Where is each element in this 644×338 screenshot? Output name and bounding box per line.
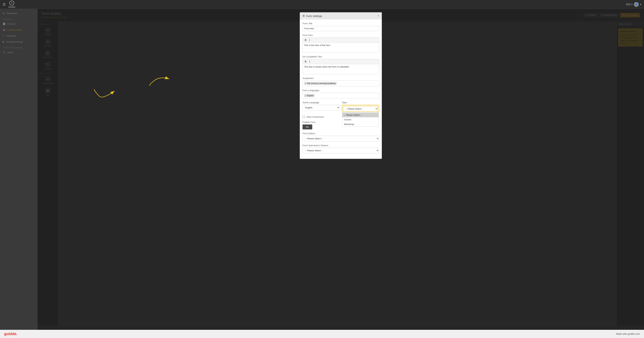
form-intro-group: Form Intro B I This is the intro of the … xyxy=(302,34,379,53)
on-completion-label: On Completion Text xyxy=(302,56,379,58)
type-label: Type xyxy=(342,101,379,104)
chevron-icon: › xyxy=(34,35,35,37)
logo-text: Censeo xyxy=(8,6,15,8)
italic-button-2[interactable]: I xyxy=(308,60,310,63)
form-editors-select[interactable]: -- Please Select -- xyxy=(302,136,379,142)
modal-arrow-annotation xyxy=(149,72,176,86)
chevron-icon: › xyxy=(34,12,35,14)
sidebar-item-courses-left: 📄 Courses xyxy=(3,22,16,25)
hamburger-icon[interactable]: ☰ xyxy=(3,2,6,6)
academy-tag-text: The Censeo Learning Academy xyxy=(307,82,336,85)
lang-tag-x-icon[interactable]: × xyxy=(305,94,306,96)
bold-button[interactable]: B xyxy=(304,38,307,42)
sidebar: ⊞ Dashboard › PLANNING 📄 Courses › 📚 Con… xyxy=(0,9,38,330)
user-label: EDS 1 xyxy=(626,3,632,6)
form-settings-modal: ⚙ Form Settings × Form Title Form Intro xyxy=(300,12,382,159)
academies-group: Academies × The Censeo Learning Academy xyxy=(302,77,379,86)
active-language-label: Active Language xyxy=(302,101,340,104)
type-dropdown-course[interactable]: Course xyxy=(342,117,378,122)
chevron-icon: › xyxy=(34,29,35,31)
type-dropdown-workshop[interactable]: Workshop xyxy=(342,122,378,126)
pathways-icon: ⬡ xyxy=(3,34,4,37)
sidebar-item-courses[interactable]: 📄 Courses › xyxy=(0,21,38,27)
sidebar-item-guided-learning-left: ▶ Guided Learning xyxy=(3,40,22,43)
content-library-icon: 📚 xyxy=(3,28,6,31)
sidebar-item-content-library[interactable]: 📚 Content Library › xyxy=(0,27,38,33)
form-languages-group: Form Languages × English xyxy=(302,89,379,98)
sidebar-item-label: Content Library xyxy=(7,28,22,31)
language-tag: × English xyxy=(304,94,315,97)
content-area: Form Builder My Forms / Forms List / UI … xyxy=(38,9,644,330)
form-title-group: Form Title xyxy=(302,22,379,31)
type-group: Type -- Please Select -- -- Please Selec… xyxy=(342,101,379,113)
sidebar-item-admin[interactable]: 🔧 Admin › xyxy=(0,50,38,56)
chevron-icon: › xyxy=(34,52,35,53)
sidebar-item-pathways-left: ⬡ Pathways xyxy=(3,34,16,37)
form-submission-viewers-select[interactable]: -- Please Select -- xyxy=(302,148,379,153)
modal-overlay: ⚙ Form Settings × Form Title Form Intro xyxy=(38,9,644,330)
modal-title-text: Form Settings xyxy=(306,14,322,18)
form-intro-text[interactable]: This is the intro of the form xyxy=(302,42,379,53)
dashboard-icon: ⊞ xyxy=(3,12,4,14)
main-layout: ⊞ Dashboard › PLANNING 📄 Courses › 📚 Con… xyxy=(0,9,644,330)
sidebar-item-content-library-left: 📚 Content Library xyxy=(3,28,22,31)
top-nav-right: EDS 1 👤 ▾ xyxy=(626,2,641,7)
guided-learning-icon: ▶ xyxy=(3,40,4,43)
type-select[interactable]: -- Please Select -- xyxy=(343,106,378,112)
type-dropdown-please-select[interactable]: -- Please Select -- xyxy=(342,113,378,117)
on-completion-text[interactable]: This text is shown when the form is subm… xyxy=(302,64,379,74)
chevron-icon: › xyxy=(34,41,35,43)
languages-tag-input[interactable]: × English xyxy=(302,93,379,98)
modal-header: ⚙ Form Settings × xyxy=(300,12,382,20)
footer-logo: guidde. xyxy=(4,332,18,336)
footer: guidde. Made with guidde.com xyxy=(0,330,644,338)
form-title-input[interactable] xyxy=(302,26,379,31)
tag-x-icon[interactable]: × xyxy=(305,82,306,84)
type-dropdown-list: -- Please Select -- Course Workshop xyxy=(342,112,379,127)
top-nav: ☰ ⊕ Censeo EDS 1 👤 ▾ xyxy=(0,0,644,9)
footer-text: Made with guidde.com xyxy=(616,332,640,335)
logo-circle: ⊕ xyxy=(10,1,14,6)
academy-tag: × The Censeo Learning Academy xyxy=(304,82,337,85)
type-select-box: -- Please Select -- -- Please Select -- … xyxy=(342,105,379,113)
form-languages-label: Form Languages xyxy=(302,89,379,92)
top-nav-left: ☰ ⊕ Censeo xyxy=(3,1,15,8)
sidebar-item-label: Pathways xyxy=(6,34,16,37)
modal-close-button[interactable]: × xyxy=(378,14,379,18)
form-submission-viewers-label: Form Submission Viewers xyxy=(302,144,379,147)
courses-icon: 📄 xyxy=(3,22,6,25)
completion-toolbar: B I xyxy=(302,59,379,64)
arrow-annotation xyxy=(92,82,126,100)
sidebar-item-admin-left: 🔧 Admin xyxy=(3,51,14,54)
sidebar-item-label: Guided Learning xyxy=(6,40,22,43)
user-chevron-icon[interactable]: ▾ xyxy=(640,3,641,6)
avatar[interactable]: 👤 xyxy=(634,2,639,7)
form-intro-toolbar: B I xyxy=(302,38,379,42)
sidebar-item-label: Dashboard xyxy=(6,12,17,14)
modal-body: Form Title Form Intro B I This is the in… xyxy=(300,20,382,159)
sidebar-item-pathways[interactable]: ⬡ Pathways › xyxy=(0,33,38,39)
academies-tag-input[interactable]: × The Censeo Learning Academy xyxy=(302,80,379,86)
active-language-select[interactable]: English xyxy=(302,105,340,110)
sidebar-item-dashboard[interactable]: ⊞ Dashboard › xyxy=(0,10,38,16)
modal-title: ⚙ Form Settings xyxy=(302,14,322,18)
sidebar-item-label: Courses xyxy=(7,22,16,25)
allow-anonymous-checkbox[interactable] xyxy=(302,116,305,118)
publish-no-button[interactable]: No xyxy=(302,124,312,130)
italic-button[interactable]: I xyxy=(308,38,310,42)
sidebar-section-planning: PLANNING xyxy=(0,16,38,21)
allow-anonymous-label: Allow Anonymous xyxy=(306,116,324,118)
sidebar-item-guided-learning[interactable]: ▶ Guided Learning › xyxy=(0,39,38,45)
sidebar-item-dashboard-left: ⊞ Dashboard xyxy=(3,12,17,14)
form-editors-group: Form Editors -- Please Select -- xyxy=(302,132,379,142)
admin-icon: 🔧 xyxy=(3,51,6,54)
academies-label: Academies xyxy=(302,77,379,80)
sidebar-item-label: Admin xyxy=(7,51,14,54)
logo: ⊕ Censeo xyxy=(8,1,15,8)
language-tag-text: English xyxy=(307,94,314,97)
bold-button-2[interactable]: B xyxy=(304,60,307,63)
form-editors-label: Form Editors xyxy=(302,132,379,135)
active-language-type-group: Active Language English Type -- Please S… xyxy=(302,101,379,113)
form-title-label: Form Title xyxy=(302,22,379,25)
chevron-icon: › xyxy=(34,23,35,25)
